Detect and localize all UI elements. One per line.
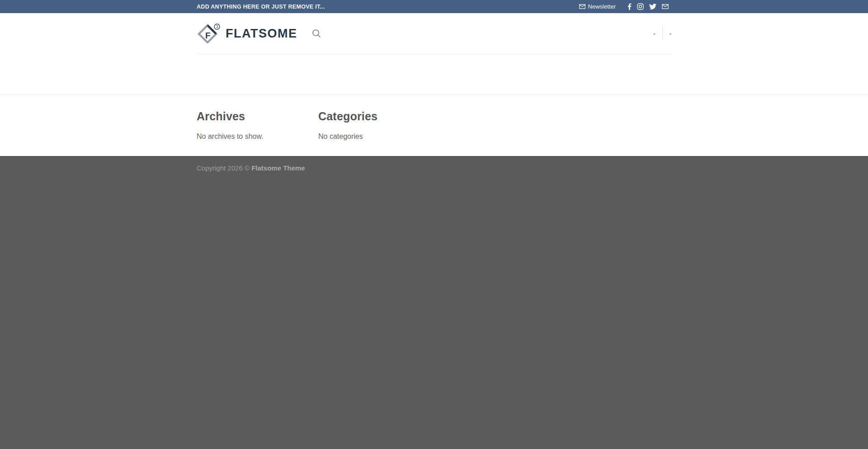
copyright-brand: Flatsome Theme (251, 164, 305, 172)
twitter-link[interactable] (646, 4, 659, 9)
categories-widget-empty-text: No categories (318, 132, 440, 141)
twitter-icon (649, 4, 656, 9)
top-bar: ADD ANYTHING HERE OR JUST REMOVE IT... N… (0, 0, 868, 13)
header-nav-placeholder-right[interactable]: - (670, 31, 671, 37)
copyright-line: Copyright 2026 © Flatsome Theme (197, 164, 671, 172)
copyright-text: Copyright 2026 © (197, 164, 250, 172)
archives-widget: Archives No archives to show. (197, 110, 318, 141)
topbar-right: Newsletter (579, 3, 671, 10)
archives-widget-title: Archives (197, 110, 318, 123)
page-content-empty (0, 54, 868, 95)
header-nav-placeholder-left[interactable]: - (653, 31, 655, 37)
logo-badge: 3 (216, 24, 218, 29)
instagram-link[interactable] (634, 3, 646, 10)
newsletter-link[interactable]: Newsletter (579, 3, 616, 10)
social-links (625, 3, 671, 10)
search-button[interactable] (311, 28, 321, 38)
copyright-footer: Copyright 2026 © Flatsome Theme (0, 156, 868, 449)
search-icon (311, 28, 321, 38)
footer-widgets-section: Archives No archives to show. Categories… (0, 95, 868, 156)
logo-text: FLATSOME (226, 27, 297, 41)
categories-widget: Categories No categories (318, 110, 440, 141)
flatsome-diamond-logo-icon: F 3 (197, 24, 220, 43)
newsletter-label: Newsletter (588, 3, 616, 10)
svg-text:F: F (205, 31, 211, 40)
archives-widget-empty-text: No archives to show. (197, 132, 318, 141)
header-right-nav: - - (653, 27, 671, 40)
site-header: F 3 FLATSOME - - (0, 13, 868, 54)
email-link[interactable] (659, 4, 671, 9)
newsletter-envelope-icon (579, 4, 585, 9)
categories-widget-title: Categories (318, 110, 440, 123)
facebook-icon (627, 3, 632, 10)
topbar-promo-text: ADD ANYTHING HERE OR JUST REMOVE IT... (197, 4, 325, 10)
instagram-icon (637, 3, 644, 10)
logo-link[interactable]: F 3 FLATSOME (197, 24, 297, 43)
header-nav-divider (662, 27, 663, 40)
page: ADD ANYTHING HERE OR JUST REMOVE IT... N… (0, 0, 868, 449)
facebook-link[interactable] (625, 3, 634, 10)
email-icon (662, 4, 669, 9)
